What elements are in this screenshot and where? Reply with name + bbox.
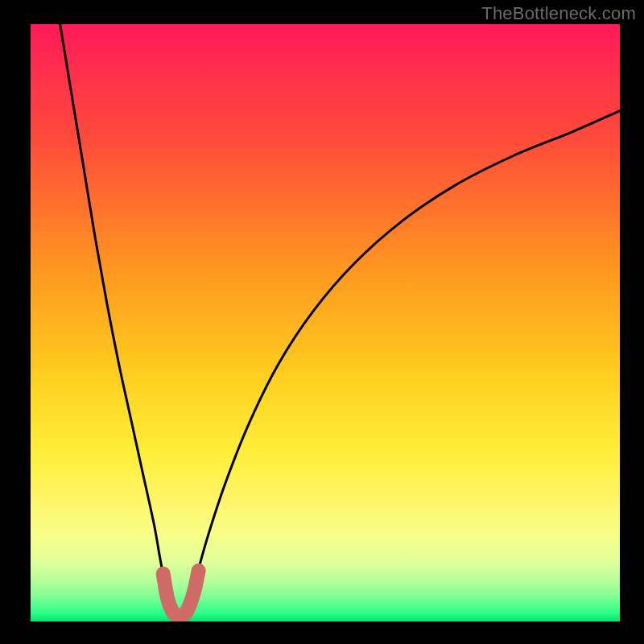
watermark-text: TheBottleneck.com — [481, 3, 636, 24]
chart-frame: TheBottleneck.com — [0, 0, 644, 644]
bottleneck-chart — [0, 0, 644, 644]
plot-background — [31, 24, 620, 621]
